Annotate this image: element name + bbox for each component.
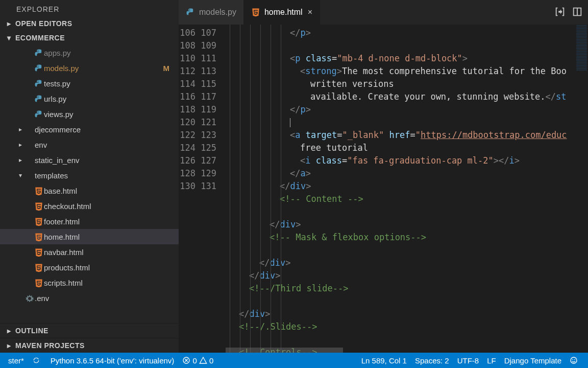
outline-section[interactable]: ▸ OUTLINE bbox=[0, 323, 179, 338]
html-file-icon bbox=[34, 247, 44, 257]
file-tree-item[interactable]: views.py bbox=[0, 106, 179, 122]
split-editor-icon[interactable] bbox=[572, 6, 583, 19]
feedback-button[interactable] bbox=[566, 353, 584, 368]
indentation[interactable]: Spaces: 2 bbox=[411, 353, 453, 368]
py-file-icon bbox=[34, 94, 44, 103]
warning-count: 0 bbox=[209, 356, 213, 365]
file-name: templates bbox=[35, 171, 173, 180]
html-file-icon bbox=[34, 201, 44, 211]
py-file-icon bbox=[34, 63, 44, 73]
compare-icon[interactable] bbox=[554, 6, 566, 19]
python-env[interactable]: Python 3.6.5 64-bit ('env': virtualenv) bbox=[46, 353, 179, 368]
explorer-title: EXPLORER bbox=[0, 0, 179, 16]
file-name: navbar.html bbox=[44, 248, 173, 257]
file-name: products.html bbox=[44, 263, 173, 272]
file-tree-item[interactable]: ▸env bbox=[0, 137, 179, 152]
smiley-icon bbox=[570, 356, 578, 364]
py-file-icon bbox=[186, 8, 195, 17]
tab-label: home.html bbox=[264, 8, 303, 17]
section-label: MAVEN PROJECTS bbox=[15, 341, 85, 350]
chevron-right-icon: ▸ bbox=[7, 341, 15, 350]
py-file-icon bbox=[34, 109, 44, 119]
error-count: 0 bbox=[192, 356, 197, 365]
file-tree-item[interactable]: urls.py bbox=[0, 91, 179, 106]
html-file-icon bbox=[34, 278, 44, 287]
status-python-text: Python 3.6.5 64-bit ('env': virtualenv) bbox=[51, 356, 175, 365]
eol[interactable]: LF bbox=[483, 353, 500, 368]
git-branch[interactable]: ster* bbox=[4, 353, 28, 368]
file-name: tests.py bbox=[44, 79, 173, 88]
chevron-right-icon: ▸ bbox=[7, 327, 15, 335]
file-tree-item[interactable]: checkout.html bbox=[0, 198, 179, 214]
file-tree-item[interactable]: products.html bbox=[0, 260, 179, 275]
git-status-badge: M bbox=[163, 64, 173, 73]
file-name: env bbox=[35, 141, 173, 149]
status-branch-text: ster* bbox=[8, 356, 24, 365]
file-name: home.html bbox=[44, 233, 173, 241]
warning-icon bbox=[199, 356, 207, 364]
explorer-sidebar: EXPLORER ▸ OPEN EDITORS ▾ ECOMMERCE apps… bbox=[0, 0, 179, 353]
sync-button[interactable] bbox=[28, 353, 46, 368]
file-tree-item[interactable]: ▾templates bbox=[0, 168, 179, 183]
editor-tab[interactable]: models.py bbox=[179, 0, 244, 25]
svg-point-1 bbox=[571, 357, 577, 363]
section-label: ECOMMERCE bbox=[15, 34, 65, 42]
tab-bar: models.pyhome.html× bbox=[179, 0, 588, 25]
svg-point-2 bbox=[572, 359, 573, 360]
file-name: models.py bbox=[44, 64, 163, 73]
file-name: views.py bbox=[44, 110, 173, 119]
cursor-position[interactable]: Ln 589, Col 1 bbox=[357, 353, 411, 368]
file-tree-item[interactable]: .env bbox=[0, 290, 179, 306]
problems[interactable]: 0 0 bbox=[178, 353, 217, 368]
py-file-icon bbox=[34, 78, 44, 88]
html-file-icon bbox=[34, 232, 44, 241]
chevron-down-icon: ▾ bbox=[7, 34, 15, 42]
horizontal-scrollbar[interactable] bbox=[226, 348, 575, 353]
file-tree-item[interactable]: ▸djecommerce bbox=[0, 122, 179, 137]
language-mode[interactable]: Django Template bbox=[500, 353, 566, 368]
section-label: OPEN EDITORS bbox=[15, 19, 72, 28]
project-section[interactable]: ▾ ECOMMERCE bbox=[0, 31, 179, 45]
line-number-gutter: 106 107 108 109 110 111 112 113 114 115 … bbox=[179, 25, 226, 353]
open-editors-section[interactable]: ▸ OPEN EDITORS bbox=[0, 16, 179, 31]
file-tree-item[interactable]: ▸static_in_env bbox=[0, 152, 179, 168]
file-tree-item[interactable]: models.pyM bbox=[0, 60, 179, 76]
section-label: OUTLINE bbox=[15, 327, 48, 335]
file-tree-item[interactable]: apps.py bbox=[0, 45, 179, 60]
editor-body[interactable]: 106 107 108 109 110 111 112 113 114 115 … bbox=[179, 25, 588, 353]
chevron-icon: ▾ bbox=[16, 172, 24, 179]
editor-actions bbox=[549, 0, 588, 25]
file-tree-item[interactable]: tests.py bbox=[0, 76, 179, 91]
html-file-icon bbox=[251, 8, 260, 17]
gear-file-icon bbox=[24, 293, 35, 303]
error-icon bbox=[182, 356, 190, 364]
file-name: djecommerce bbox=[35, 125, 173, 134]
file-tree-item[interactable]: home.html bbox=[0, 229, 179, 244]
file-tree-item[interactable]: footer.html bbox=[0, 214, 179, 229]
file-tree-item[interactable]: scripts.html bbox=[0, 275, 179, 290]
py-file-icon bbox=[34, 48, 44, 57]
file-tree-item[interactable]: navbar.html bbox=[0, 244, 179, 260]
editor-tab[interactable]: home.html× bbox=[244, 0, 320, 25]
file-name: footer.html bbox=[44, 217, 173, 226]
chevron-right-icon: ▸ bbox=[7, 19, 15, 28]
chevron-icon: ▸ bbox=[16, 126, 24, 133]
encoding[interactable]: UTF-8 bbox=[453, 353, 483, 368]
svg-point-3 bbox=[574, 359, 575, 360]
file-name: urls.py bbox=[44, 95, 173, 103]
chevron-icon: ▸ bbox=[16, 141, 24, 148]
status-bar: ster* Python 3.6.5 64-bit ('env': virtua… bbox=[0, 353, 588, 368]
file-name: checkout.html bbox=[44, 202, 173, 211]
html-file-icon bbox=[34, 186, 44, 195]
minimap[interactable] bbox=[575, 25, 588, 353]
maven-section[interactable]: ▸ MAVEN PROJECTS bbox=[0, 338, 179, 353]
chevron-icon: ▸ bbox=[16, 156, 24, 164]
file-tree-item[interactable]: base.html bbox=[0, 183, 179, 198]
file-name: static_in_env bbox=[35, 156, 173, 165]
close-icon[interactable]: × bbox=[308, 8, 312, 17]
file-name: .env bbox=[35, 294, 173, 303]
scrollbar-thumb[interactable] bbox=[226, 348, 343, 353]
file-name: apps.py bbox=[44, 49, 173, 57]
file-name: base.html bbox=[44, 187, 173, 195]
file-tree: apps.pymodels.pyMtests.pyurls.pyviews.py… bbox=[0, 45, 179, 323]
